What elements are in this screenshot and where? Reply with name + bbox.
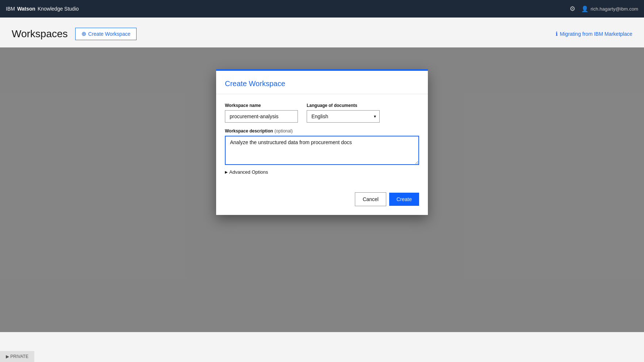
modal-overlay: Create Workspace Workspace name Languag	[0, 47, 644, 332]
workspace-name-label: Workspace name	[225, 103, 298, 108]
user-icon: 👤	[581, 5, 589, 12]
create-workspace-button[interactable]: ⊕ Create Workspace	[75, 28, 137, 40]
advanced-options-section: ▶ Advanced Options	[225, 169, 419, 175]
triangle-icon: ▶	[225, 170, 228, 174]
topbar-brand: IBM Watson Knowledge Studio	[6, 6, 79, 12]
workspace-name-input[interactable]	[225, 110, 298, 123]
page-header: Workspaces ⊕ Create Workspace ℹ Migratin…	[0, 18, 644, 47]
gear-icon[interactable]: ⚙	[570, 5, 575, 13]
language-label: Language of documents	[307, 103, 380, 108]
page-header-left: Workspaces ⊕ Create Workspace	[12, 28, 137, 40]
user-menu[interactable]: 👤 rich.hagarty@ibm.com	[581, 5, 638, 12]
cancel-button[interactable]: Cancel	[355, 192, 386, 206]
language-group: Language of documents English French Ger…	[307, 103, 380, 123]
brand-ibm: IBM	[6, 6, 15, 12]
language-select-wrapper: English French German Spanish Portuguese…	[307, 110, 380, 123]
language-select[interactable]: English French German Spanish Portuguese…	[307, 110, 380, 123]
modal-title: Create Workspace	[225, 80, 419, 88]
migrate-link[interactable]: ℹ Migrating from IBM Marketplace	[556, 31, 632, 37]
create-button[interactable]: Create	[389, 193, 419, 206]
description-textarea[interactable]: Analyze the unstructured data from procu…	[225, 136, 419, 165]
topbar-right: ⚙ 👤 rich.hagarty@ibm.com	[570, 5, 638, 13]
topbar: IBM Watson Knowledge Studio ⚙ 👤 rich.hag…	[0, 0, 644, 18]
user-email: rich.hagarty@ibm.com	[591, 6, 638, 12]
page-content: Workspaces ⊕ Create Workspace ℹ Migratin…	[0, 18, 644, 362]
brand-watson: Watson	[17, 6, 35, 12]
workspace-name-group: Workspace name	[225, 103, 298, 123]
advanced-options-toggle[interactable]: ▶ Advanced Options	[225, 169, 268, 175]
description-group: Workspace description(optional) Analyze …	[225, 128, 419, 165]
create-workspace-modal: Create Workspace Workspace name Languag	[216, 69, 428, 215]
plus-icon: ⊕	[81, 31, 86, 37]
page-title: Workspaces	[12, 28, 68, 40]
modal-header: Create Workspace	[216, 71, 428, 94]
modal-body: Workspace name Language of documents Eng…	[216, 94, 428, 186]
info-icon: ℹ	[556, 31, 558, 37]
advanced-options-label: Advanced Options	[229, 169, 268, 175]
workspace-background: 🏛 Create Workspace Workspace name	[0, 47, 644, 332]
migrate-link-label: Migrating from IBM Marketplace	[560, 31, 632, 37]
description-label: Workspace description(optional)	[225, 128, 419, 134]
form-row-top: Workspace name Language of documents Eng…	[225, 103, 419, 123]
brand-studio: Knowledge Studio	[38, 6, 79, 12]
create-workspace-btn-label: Create Workspace	[88, 31, 131, 37]
bottom-hint: ▶ PRIVATE	[0, 351, 34, 362]
modal-footer: Cancel Create	[216, 186, 428, 215]
